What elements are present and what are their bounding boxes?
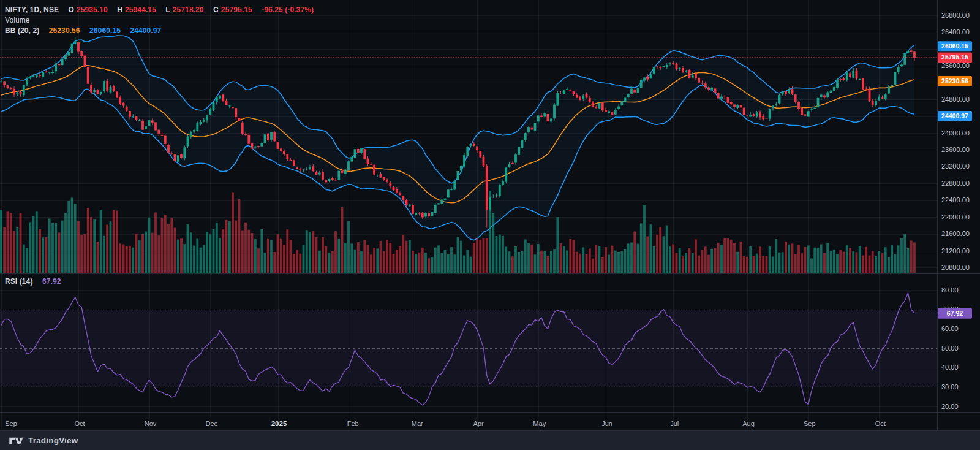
bottom-toolbar: TradingView [0, 430, 980, 450]
rsi-pane[interactable] [0, 274, 937, 412]
chart-canvas[interactable]: 26800.0026400.0026000.0025600.0025200.00… [0, 0, 980, 430]
price-axis-area[interactable] [938, 0, 980, 430]
main-price-pane[interactable] [0, 0, 937, 273]
tradingview-chart-app: 26800.0026400.0026000.0025600.0025200.00… [0, 0, 980, 450]
time-axis-area[interactable] [0, 413, 937, 430]
tradingview-logo-icon[interactable] [9, 436, 23, 446]
tradingview-brand[interactable]: TradingView [28, 436, 78, 445]
